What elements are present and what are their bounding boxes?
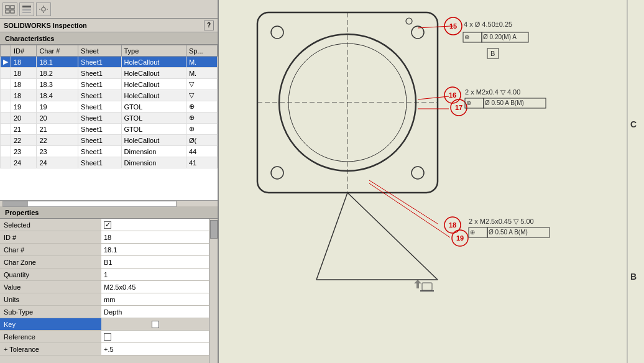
title-bar: SOLIDWORKS Inspection ? (0, 19, 218, 32)
prop-label: Char # (0, 244, 101, 255)
characteristics-table-container[interactable]: ID# Char # Sheet Type Sp... ▶ 18 18.1 Sh… (0, 45, 218, 200)
drawing-panel: 15 16 17 18 19 4 x Ø 4.50±0.25 ⊕ Ø 0.20(… (219, 0, 644, 363)
table-row[interactable]: 19 19 Sheet1 GTOL ⊕ (1, 101, 218, 113)
row-char: 18.2 (37, 68, 78, 79)
row-char: 18.4 (37, 90, 78, 101)
col-header-arrow[interactable] (1, 45, 11, 57)
table-horizontal-scrollbar[interactable] (0, 200, 218, 206)
col-header-sheet[interactable]: Sheet (78, 45, 121, 57)
property-row: + Tolerance +.5 (0, 343, 209, 356)
table-row[interactable]: 18 18.3 Sheet1 HoleCallout ▽ (1, 79, 218, 90)
prop-value: Depth (101, 306, 209, 318)
svg-rect-12 (220, 0, 643, 363)
row-arrow (1, 68, 11, 79)
svg-rect-4 (22, 6, 31, 7)
characteristics-table: ID# Char # Sheet Type Sp... ▶ 18 18.1 Sh… (0, 45, 218, 168)
row-id: 18 (11, 68, 37, 79)
prop-label: Sub-Type (0, 306, 101, 318)
property-row: Sub-Type Depth (0, 306, 209, 318)
prop-label: Key (0, 318, 101, 330)
settings-button[interactable] (36, 2, 51, 16)
row-id: 21 (11, 124, 37, 135)
svg-text:4 x Ø 4.50±0.25: 4 x Ø 4.50±0.25 (464, 21, 512, 28)
svg-text:Ø 0.50  A  B(M): Ø 0.50 A B(M) (489, 229, 528, 236)
table-row[interactable]: 18 18.4 Sheet1 HoleCallout ▽ (1, 90, 218, 101)
svg-rect-1 (11, 6, 14, 9)
svg-text:B: B (490, 50, 495, 57)
prop-label: Units (0, 293, 101, 305)
row-type: GTOL (121, 113, 186, 124)
row-arrow (1, 101, 11, 113)
row-sp: 41 (186, 157, 217, 168)
row-id: 23 (11, 146, 37, 157)
property-row: Quantity 1 (0, 269, 209, 281)
row-char: 21 (37, 124, 78, 135)
svg-text:2 x M2.5x0.45 ▽ 5.00: 2 x M2.5x0.45 ▽ 5.00 (469, 218, 534, 225)
prop-value: B1 (101, 256, 209, 268)
svg-text:⊕: ⊕ (470, 229, 475, 236)
panel-title: SOLIDWORKS Inspection (4, 22, 87, 29)
col-header-char[interactable]: Char # (37, 45, 78, 57)
row-sp: M. (186, 57, 217, 68)
svg-text:17: 17 (455, 104, 462, 111)
row-id: 24 (11, 157, 37, 168)
properties-panel: Selected ✓ ID # 18 Char # 18.1 Char Zone… (0, 219, 218, 363)
table-row[interactable]: 23 23 Sheet1 Dimension 44 (1, 146, 218, 157)
table-row[interactable]: 18 18.2 Sheet1 HoleCallout M. (1, 68, 218, 79)
table-row[interactable]: 22 22 Sheet1 HoleCallout Ø( (1, 135, 218, 146)
svg-rect-6 (22, 12, 31, 13)
properties-header: Properties (0, 206, 218, 219)
row-type: Dimension (121, 146, 186, 157)
table-row[interactable]: 21 21 Sheet1 GTOL ⊕ (1, 124, 218, 135)
col-header-id[interactable]: ID# (11, 45, 37, 57)
row-char: 24 (37, 157, 78, 168)
property-row: Selected ✓ (0, 219, 209, 231)
svg-rect-5 (22, 9, 31, 11)
row-sp: ⊕ (186, 113, 217, 124)
svg-text:Ø 0.50  A  B(M): Ø 0.50 A B(M) (485, 99, 524, 106)
table-row[interactable]: ▶ 18 18.1 Sheet1 HoleCallout M. (1, 57, 218, 68)
left-panel: SOLIDWORKS Inspection ? Characteristics … (0, 0, 219, 363)
key-checkbox[interactable] (152, 321, 159, 328)
table-row[interactable]: 20 20 Sheet1 GTOL ⊕ (1, 113, 218, 124)
svg-rect-2 (6, 10, 9, 13)
property-row: Value M2.5x0.45 (0, 281, 209, 293)
prop-value: 18 (101, 231, 209, 243)
prop-value: 1 (101, 269, 209, 280)
property-row: ID # 18 (0, 231, 209, 244)
row-sheet: Sheet1 (78, 157, 121, 168)
property-row: Key (0, 318, 209, 331)
row-sp: M. (186, 68, 217, 79)
prop-label: Selected (0, 219, 101, 231)
row-char: 20 (37, 113, 78, 124)
property-row: Char Zone B1 (0, 256, 209, 269)
col-header-sp[interactable]: Sp... (186, 45, 217, 57)
svg-text:16: 16 (449, 91, 456, 99)
row-sp: ▽ (186, 90, 217, 101)
row-type: HoleCallout (121, 90, 186, 101)
list-view-button[interactable] (19, 2, 34, 16)
prop-value (101, 331, 209, 342)
row-type: GTOL (121, 124, 186, 135)
help-button[interactable]: ? (204, 21, 214, 30)
row-arrow (1, 113, 11, 124)
row-arrow (1, 90, 11, 101)
row-arrow (1, 79, 11, 90)
table-row[interactable]: 24 24 Sheet1 Dimension 41 (1, 157, 218, 168)
row-sheet: Sheet1 (78, 146, 121, 157)
row-arrow (1, 135, 11, 146)
row-char: 22 (37, 135, 78, 146)
svg-rect-0 (6, 6, 9, 9)
selected-checkbox[interactable]: ✓ (104, 221, 111, 229)
scrollbar-thumb[interactable] (210, 220, 218, 239)
row-type: HoleCallout (121, 57, 186, 68)
svg-text:B: B (630, 272, 637, 282)
grid-view-button[interactable] (2, 2, 17, 16)
col-header-type[interactable]: Type (121, 45, 186, 57)
row-arrow: ▶ (1, 57, 11, 68)
properties-scrollbar[interactable] (209, 219, 218, 363)
characteristics-header: Characteristics (0, 32, 218, 45)
row-type: Dimension (121, 157, 186, 168)
toolbar (0, 0, 218, 19)
reference-checkbox[interactable] (104, 333, 111, 341)
